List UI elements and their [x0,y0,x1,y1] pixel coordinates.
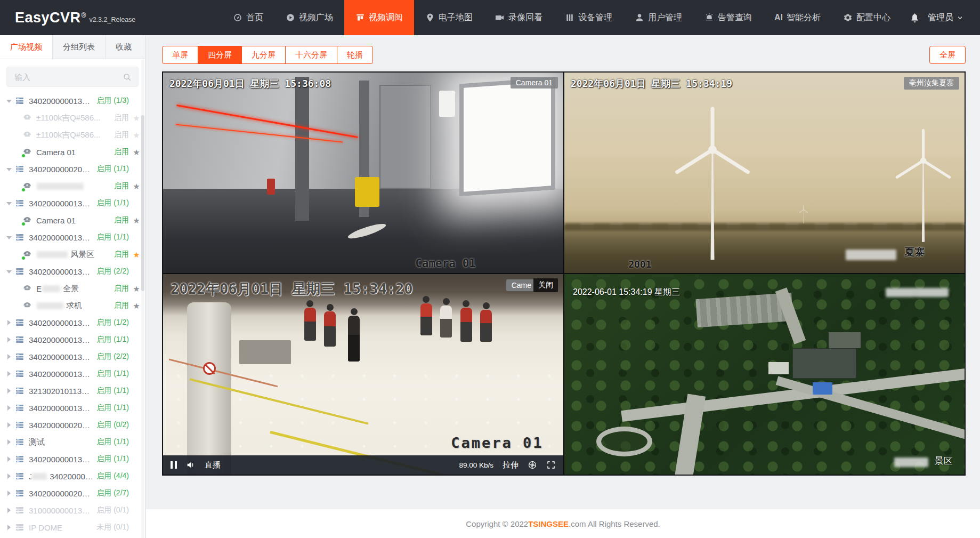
fullscreen-expand-icon[interactable] [546,460,556,470]
expand-arrow-icon[interactable] [5,387,14,395]
expand-arrow-icon[interactable] [5,489,14,497]
video-camera-icon [495,13,505,22]
tree-device-row[interactable]: 3402000000132000...启用 (1/1) [0,331,145,348]
expand-arrow-icon[interactable] [5,353,14,360]
tree-item-label: 风景区 [70,250,94,260]
collapse-arrow-icon[interactable] [5,234,14,241]
tree-camera-row[interactable]: 启用★ [0,178,145,195]
video-close-button[interactable]: 关闭 [533,278,558,292]
stretch-button[interactable]: 拉伸 [503,460,519,470]
scrollbar-thumb[interactable] [141,115,144,291]
online-dot [21,154,26,158]
pause-button[interactable] [171,461,177,469]
tree-camera-row[interactable]: ±1100k吉Q#586...启用★ [0,126,145,143]
fullscreen-button[interactable]: 全屏 [929,46,966,64]
expand-arrow-icon[interactable] [5,507,14,514]
nav-item-2[interactable]: 视频广场 [274,0,344,35]
favorite-star-icon[interactable]: ★ [132,131,141,139]
video4-watermark: 景区 [934,455,952,467]
tree-item-label: 全景 [63,284,79,294]
layout-button-5[interactable]: 轮播 [337,46,373,64]
expand-arrow-icon[interactable] [5,472,14,480]
layout-button-1[interactable]: 单屏 [162,46,198,64]
sidebar-scrollbar[interactable] [141,60,144,538]
expand-arrow-icon[interactable] [5,336,14,343]
brand-link[interactable]: TSINGSEE [528,519,569,528]
tree-device-row[interactable]: 3402000000132000...启用 (1/1) [0,399,145,416]
tree-device-row[interactable]: 3402000000132000...启用 (2/2) [0,348,145,365]
favorite-star-icon[interactable]: ★ [132,285,141,293]
tree-camera-row[interactable]: ±1100k吉Q#586...启用★ [0,109,145,126]
favorite-star-icon[interactable]: ★ [132,114,141,122]
tree-camera-row[interactable]: 风景区启用★ [0,246,145,263]
video-cell-3[interactable]: 2022年06月01日 星期三 15:34:20 Came 关闭 Camera … [163,274,563,475]
collapse-arrow-icon[interactable] [5,268,14,275]
nav-item-1[interactable]: 首页 [222,0,274,35]
collapse-arrow-icon[interactable] [5,97,14,105]
tree-camera-row[interactable]: 求机启用★ [0,297,145,314]
notification-bell-button[interactable] [909,12,920,23]
favorite-star-icon[interactable]: ★ [132,182,141,190]
video-cell-1[interactable]: 2022年06月01日 星期三 15:36:08 Camera 01 Camer… [163,73,563,273]
nav-item-7[interactable]: 用户管理 [623,0,693,35]
collapse-arrow-icon[interactable] [5,165,14,173]
tree-device-row[interactable]: 3402000000132000...启用 (1/1) [0,229,145,246]
tree-device-row[interactable]: 3402000000132000...启用 (1/1) [0,195,145,212]
collapse-arrow-icon[interactable] [5,199,14,207]
logo[interactable]: EasyCVR ® v2.3.2_Release [15,11,135,25]
layout-button-3[interactable]: 九分屏 [241,46,286,64]
nav-item-8[interactable]: 告警查询 [693,0,763,35]
device-icon [15,369,25,379]
nav-item-9[interactable]: AI智能分析 [763,0,832,35]
tree-device-row[interactable]: J3402000000011...启用 (4/4) [0,468,145,485]
volume-icon[interactable] [186,460,196,470]
bell-icon [909,12,920,23]
expand-arrow-icon[interactable] [5,370,14,378]
favorite-star-icon[interactable]: ★ [132,302,141,310]
nav-item-3[interactable]: 视频调阅 [344,0,414,35]
nav-item-5[interactable]: 录像回看 [484,0,554,35]
nav-item-6[interactable]: 设备管理 [554,0,623,35]
tree-device-row[interactable]: 3213020101131000...启用 (1/1) [0,382,145,399]
tree-device-row[interactable]: 3402000000132000...启用 (1/2) [0,314,145,331]
search-input[interactable] [13,72,123,82]
tree-device-row[interactable]: 3402000000132000...启用 (1/3) [0,92,145,109]
favorite-star-icon[interactable]: ★ [132,251,141,259]
expand-arrow-icon[interactable] [5,455,14,463]
expand-arrow-icon[interactable] [5,421,14,429]
tree-camera-row[interactable]: Camera 01启用★ [0,143,145,160]
tree-device-row[interactable]: 3402000000200000...启用 (0/2) [0,416,145,433]
tab-1[interactable]: 广场视频 [0,35,53,59]
tree-device-row[interactable]: 3402000000132000...启用 (1/1) [0,451,145,468]
tree-device-row[interactable]: IP DOME未用 (0/1) [0,519,145,536]
layout-button-4[interactable]: 十六分屏 [285,46,337,64]
tree-device-row[interactable]: 3100000000131000...启用 (0/1) [0,502,145,519]
tree-camera-row[interactable]: Camera 01启用★ [0,212,145,229]
favorite-star-icon[interactable]: ★ [132,148,141,156]
favorite-star-icon[interactable]: ★ [132,216,141,224]
expand-arrow-icon[interactable] [5,524,14,531]
tree-device-row[interactable]: 3402000000200000...启用 (1/1) [0,160,145,178]
tree-camera-row[interactable]: E全景启用★ [0,280,145,297]
expand-arrow-icon[interactable] [5,404,14,412]
status-label: 启用 (1/1) [93,437,129,447]
tree-device-row[interactable]: 测试启用 (1/1) [0,433,145,451]
layout-button-2[interactable]: 四分屏 [198,46,242,64]
nav-item-10[interactable]: 配置中心 [832,0,902,35]
expand-arrow-icon[interactable] [5,319,14,326]
tree-device-row[interactable]: 3402000000132000...启用 (1/1) [0,365,145,382]
search-icon[interactable] [123,73,132,82]
expand-arrow-icon[interactable] [5,438,14,446]
tab-3[interactable]: 收藏 [106,35,142,59]
tree-device-row[interactable] [0,536,145,538]
status-label: 启用 (1/1) [93,198,129,208]
easycvr-app: EasyCVR ® v2.3.2_Release 首页视频广场视频调阅电子地图录… [0,0,980,538]
tree-device-row[interactable]: 3402000000132000...启用 (2/2) [0,263,145,280]
tree-device-row[interactable]: 3402000000200000...启用 (2/7) [0,485,145,502]
admin-menu[interactable]: 管理员 [926,12,966,23]
video-cell-4[interactable]: 2022-06-01 15:34:19 星期三 景区 [564,274,965,475]
tab-2[interactable]: 分组列表 [53,35,106,59]
aperture-icon[interactable] [528,460,537,470]
nav-item-4[interactable]: 电子地图 [414,0,484,35]
video-cell-2[interactable]: 2022年06月01日 星期三 15:34:19 亳州汝集夏寨 2001 夏寨 [564,73,965,273]
